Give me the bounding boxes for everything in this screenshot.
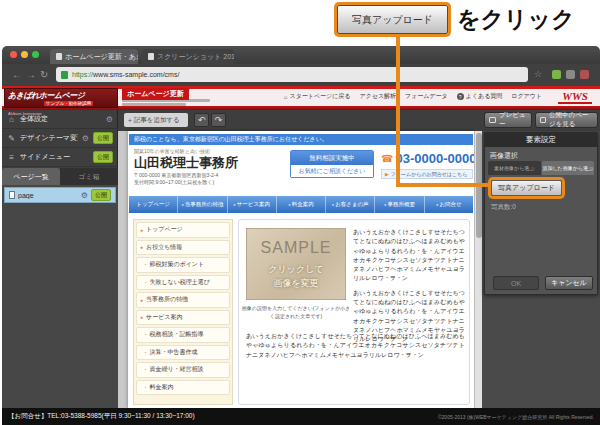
browser-tab-active[interactable]: ホームページ更新・あき… bbox=[50, 49, 138, 64]
callout-connector-line-horizontal bbox=[396, 183, 489, 187]
cancel-button[interactable]: キャンセル bbox=[545, 276, 593, 290]
menu-icon: ≡ bbox=[7, 153, 16, 162]
nav-form-data-link[interactable]: フォームデータ bbox=[405, 92, 448, 101]
side-menu-item[interactable]: ●サービス案内 bbox=[136, 310, 230, 326]
article-card: SAMPLE クリックして 画像を変更 画像の説明を入力してください(フォントが… bbox=[238, 219, 470, 405]
site-title[interactable]: 山田税理士事務所 bbox=[134, 154, 238, 172]
publish-badge: 公開 bbox=[93, 132, 113, 144]
site-nav-about[interactable]: ●事務所概要 bbox=[375, 196, 424, 213]
nav-logout-link[interactable]: ログアウト bbox=[511, 92, 542, 101]
side-menu-item[interactable]: ●お役立ち情報 bbox=[136, 240, 230, 256]
reload-icon[interactable]: ↻ bbox=[40, 69, 48, 80]
side-menu-item[interactable]: ●当事務所の特徴 bbox=[136, 292, 230, 308]
element-settings-panel: 要素設定 画像選択 素材画像から選ぶ 追加した画像から選ぶ 写真アップロード 写… bbox=[484, 132, 598, 295]
image-caption[interactable]: 画像の説明を入力してください(フォントが小さく設定された文章です) bbox=[241, 305, 351, 320]
site-nav-voices[interactable]: ●お客さまの声 bbox=[326, 196, 375, 213]
redo-button[interactable]: ↷ bbox=[211, 113, 226, 127]
page-list: page ⚙ 公開 bbox=[2, 185, 118, 408]
contact-form-link[interactable]: ▶ フォームからのお問合せはこちら bbox=[381, 169, 473, 179]
sidebar-item-side-menu[interactable]: ≡ サイドメニュー 公開 bbox=[2, 148, 118, 167]
callout-instruction-text: をクリック bbox=[457, 4, 575, 35]
side-menu-item[interactable]: ●トップページ bbox=[136, 222, 230, 238]
side-menu-item[interactable]: ▪節税対策のポイント bbox=[136, 257, 230, 273]
sample-image-placeholder[interactable]: SAMPLE クリックして 画像を変更 bbox=[246, 228, 346, 300]
view-published-page-button[interactable]: 公開中のページを見る bbox=[535, 112, 598, 128]
sample-image-label: SAMPLE bbox=[247, 239, 345, 257]
bookmark-star-icon[interactable]: ☆ bbox=[534, 69, 542, 79]
header-nav: ⌂スタートページに戻る アクセス解析 フォームデータ ?よくある質問 ログアウト bbox=[284, 92, 542, 101]
sample-image-overlay: クリックして 画像を変更 bbox=[247, 263, 345, 290]
photo-upload-button[interactable]: 写真アップロード bbox=[491, 180, 562, 196]
site-nav-services[interactable]: ●サービス案内 bbox=[228, 196, 277, 213]
page-list-item-selected[interactable]: page ⚙ 公開 bbox=[4, 187, 116, 203]
site-nav-top[interactable]: トップページ bbox=[129, 196, 178, 213]
browser-menu-icon[interactable] bbox=[580, 70, 589, 79]
photo-count: 写真数:0 bbox=[491, 203, 516, 212]
tab-favicon bbox=[148, 53, 154, 60]
consult-box-top: 無料相談実施中 bbox=[291, 151, 373, 165]
ok-button[interactable]: OK bbox=[493, 276, 539, 290]
add-article-button[interactable]: + 記事を追加する bbox=[124, 113, 188, 127]
preview-button[interactable]: プレビュー bbox=[484, 112, 532, 128]
window-close-button[interactable] bbox=[10, 51, 17, 58]
window-minimize-button[interactable] bbox=[21, 51, 28, 58]
file-icon bbox=[9, 191, 15, 199]
status-bar: 【お問合せ】TEL:03-5388-5985(平日 9:30~11:30 / 1… bbox=[2, 408, 600, 425]
gear-icon[interactable]: ⚙ bbox=[82, 134, 89, 143]
site-hours[interactable]: 受付時間:9:00~17:00(土日祝を除く) bbox=[134, 179, 214, 185]
monitor-icon bbox=[540, 117, 546, 123]
site-nav-bar: トップページ ●当事務所の特徴 ●サービス案内 ●料金案内 ●お客さまの声 ●事… bbox=[129, 196, 473, 213]
tab-material-images[interactable]: 素材画像から選ぶ bbox=[488, 161, 541, 175]
address-bar[interactable]: https://www.sms-sample.com/cms/ bbox=[56, 67, 528, 82]
side-menu-item[interactable]: ▪税務相談・記帳指導 bbox=[136, 327, 230, 343]
site-phone-number: ☎ 03-0000-0000 bbox=[381, 151, 474, 166]
app-logo-subtitle: Akibare-homepage bbox=[8, 111, 42, 116]
consult-box-bottom: お気軽にご相談ください bbox=[291, 165, 373, 178]
preview-scrollbar[interactable] bbox=[474, 131, 482, 408]
publish-badge: 公開 bbox=[93, 151, 113, 163]
nav-faq-link[interactable]: ?よくある質問 bbox=[457, 92, 503, 101]
status-contact-info: 【お問合せ】TEL:03-5388-5985(平日 9:30~11:30 / 1… bbox=[8, 412, 195, 421]
nav-start-page-link[interactable]: ⌂スタートページに戻る bbox=[284, 92, 351, 101]
side-menu-item[interactable]: ▪料金案内 bbox=[136, 380, 230, 396]
site-nav-pricing[interactable]: ●料金案内 bbox=[277, 196, 326, 213]
article-paragraph[interactable]: あいうえおかきくけこさしすせそたちつてとなにぬねのはひふへほまみむめもやゃゆゅよ… bbox=[353, 228, 465, 345]
callout-connector-line-vertical bbox=[396, 32, 400, 186]
consult-box[interactable]: 無料相談実施中 お気軽にご相談ください bbox=[290, 150, 374, 178]
forward-icon[interactable]: → bbox=[26, 69, 36, 80]
app-logo-title: あきばれホームページ bbox=[8, 90, 114, 101]
undo-button[interactable]: ↶ bbox=[194, 113, 209, 127]
extension-icon[interactable] bbox=[566, 70, 575, 79]
side-menu-item[interactable]: ▪決算・申告書作成 bbox=[136, 345, 230, 361]
callout-button-label: 写真アップロード bbox=[352, 13, 433, 27]
panel-title: 要素設定 bbox=[485, 133, 597, 147]
browser-tab-inactive[interactable]: スクリーンショット 201… bbox=[142, 49, 234, 64]
phone-icon: ☎ bbox=[381, 153, 393, 164]
url-text: https://www.sms-sample.com/cms/ bbox=[72, 71, 179, 78]
gear-icon[interactable]: ⚙ bbox=[81, 191, 88, 200]
status-copyright: ©2005-2013 (株)WEBマーケティング総合研究所 All Rights… bbox=[438, 414, 594, 420]
tab-trash[interactable]: ゴミ箱 bbox=[60, 168, 118, 185]
side-menu-item[interactable]: ▪失敗しない税理士選び bbox=[136, 275, 230, 291]
pencil-icon: ✎ bbox=[7, 134, 16, 143]
image-select-label: 画像選択 bbox=[490, 151, 518, 161]
site-address[interactable]: 〒000-0000 東京都新宿区西新宿3-2-4 bbox=[134, 172, 218, 178]
window-zoom-button[interactable] bbox=[32, 51, 39, 58]
editor-sidebar: ⌂ 全体設定 ⚙ ✎ デザインテーマ変更 ⚙ 公開 ≡ サイドメニュー 公開 ペ… bbox=[2, 110, 118, 408]
extension-icon[interactable] bbox=[552, 70, 561, 79]
account-info-line bbox=[122, 103, 186, 106]
plus-icon: + bbox=[128, 117, 132, 124]
site-top-banner[interactable]: 節税のことなら、東京都新宿区の山田税理士事務所にお任せください。 bbox=[129, 134, 473, 145]
tab-page-list[interactable]: ページ一覧 bbox=[2, 168, 60, 185]
side-menu-item[interactable]: ▪資金繰り・経営相談 bbox=[136, 362, 230, 378]
image-source-tabs: 素材画像から選ぶ 追加した画像から選ぶ bbox=[488, 161, 594, 175]
tab-added-images[interactable]: 追加した画像から選ぶ bbox=[542, 161, 595, 175]
sidebar-item-design-theme[interactable]: ✎ デザインテーマ変更 ⚙ 公開 bbox=[2, 129, 118, 148]
sidebar-tabs: ページ一覧 ゴミ箱 bbox=[2, 168, 118, 185]
article-paragraph-full[interactable]: あいうえおかきくけこさしすせそたちつてとなにぬねのはひふへほまみむめもやゃゆゅよ… bbox=[246, 332, 465, 360]
site-nav-contact[interactable]: ●お問合せ bbox=[425, 196, 473, 213]
callout-photo-upload-button: 写真アップロード bbox=[337, 5, 448, 34]
back-icon[interactable]: ← bbox=[12, 69, 22, 80]
site-nav-features[interactable]: ●当事務所の特徴 bbox=[178, 196, 227, 213]
nav-access-analytics-link[interactable]: アクセス解析 bbox=[359, 92, 396, 101]
